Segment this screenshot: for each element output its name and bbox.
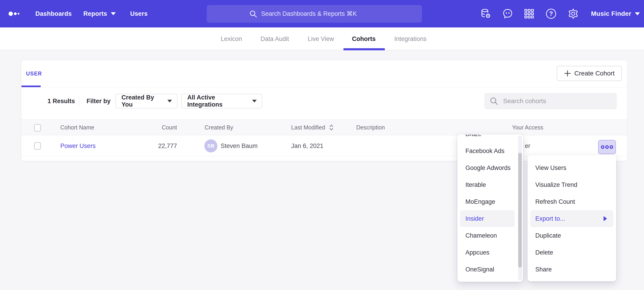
apps-grid-icon[interactable]: [524, 8, 535, 20]
row-context-menu: View Users Visualize Trend Refresh Count…: [528, 155, 616, 281]
col-created-by: Created By: [204, 124, 233, 131]
export-destinations-menu: Braze Facebook Ads Google Adwords Iterab…: [458, 134, 523, 282]
col-cohort-name: Cohort Name: [60, 124, 94, 131]
global-search[interactable]: [207, 5, 422, 23]
row-actions-button[interactable]: [598, 140, 616, 154]
your-access-value-partial: er: [525, 142, 530, 149]
section-tabbar: Lexicon Data Audit Live View Cohorts Int…: [0, 28, 644, 50]
top-nav: Dashboards Reports Users: [0, 0, 644, 28]
submenu-arrow-icon: [604, 216, 607, 221]
create-cohort-button[interactable]: Create Cohort: [557, 66, 622, 81]
settings-gear-icon[interactable]: [568, 8, 579, 20]
cohort-name-link[interactable]: Power Users: [60, 142, 96, 149]
created-by-name: Steven Baum: [220, 142, 258, 149]
sort-icon: [329, 124, 334, 131]
results-count: 1 Results: [48, 98, 75, 105]
cohort-search[interactable]: [484, 93, 617, 109]
row-checkbox[interactable]: [34, 142, 41, 150]
menu-item-view-users[interactable]: View Users: [530, 160, 614, 176]
menu-item-export-to[interactable]: Export to...: [530, 210, 614, 227]
divider: [79, 96, 79, 106]
divider: [22, 87, 627, 87]
submenu-item-appcues[interactable]: Appcues: [460, 244, 515, 261]
filter-by-label: Filter by: [86, 98, 110, 105]
global-search-input[interactable]: [261, 10, 380, 18]
submenu-item-chameleon[interactable]: Chameleon: [460, 227, 515, 244]
brand-logo-icon[interactable]: [8, 8, 21, 19]
feedback-chat-icon[interactable]: [502, 8, 513, 20]
chevron-down-icon: [111, 12, 116, 15]
table-header: Cohort Name Count Created By Last Modifi…: [22, 119, 627, 135]
more-options-icon: [600, 145, 614, 149]
col-your-access: Your Access: [512, 124, 543, 131]
search-icon: [490, 97, 498, 105]
tab-lexicon[interactable]: Lexicon: [220, 36, 242, 43]
col-count: Count: [145, 124, 177, 131]
tab-data-audit[interactable]: Data Audit: [260, 36, 289, 43]
submenu-item-iterable[interactable]: Iterable: [460, 176, 515, 193]
cohorts-page: Dashboards Reports Users: [0, 0, 644, 290]
project-switcher[interactable]: Music Finder: [591, 10, 640, 17]
created-by-filter[interactable]: Created By You: [116, 94, 178, 108]
col-description: Description: [356, 124, 385, 131]
chevron-down-icon: [252, 100, 257, 102]
submenu-item-onesignal[interactable]: OneSignal: [460, 261, 515, 278]
data-management-icon[interactable]: [480, 8, 492, 20]
tab-integrations[interactable]: Integrations: [394, 36, 426, 43]
help-icon[interactable]: ?: [545, 8, 557, 20]
cohorts-card: USER Create Cohort 1 Results Filter by C…: [21, 60, 627, 161]
submenu-item-facebook-ads[interactable]: Facebook Ads: [460, 142, 515, 160]
integrations-filter[interactable]: All Active Integrations: [181, 94, 262, 108]
submenu-item-moengage[interactable]: MoEngage: [460, 193, 515, 210]
active-tab-underline: [344, 48, 385, 50]
search-icon: [250, 10, 257, 18]
cohort-count: 22,777: [136, 142, 177, 149]
table-row: Power Users 22,777 SB Steven Baum Jan 6,…: [22, 135, 627, 157]
nav-item-users[interactable]: Users: [130, 10, 148, 17]
menu-item-delete[interactable]: Delete: [530, 244, 614, 261]
menu-item-refresh-count[interactable]: Refresh Count: [530, 193, 614, 210]
menu-item-share[interactable]: Share: [530, 261, 614, 278]
submenu-item-insider[interactable]: Insider: [460, 210, 515, 227]
submenu-item-braze[interactable]: Braze: [460, 134, 515, 142]
scrollbar-thumb[interactable]: [518, 153, 522, 268]
chevron-down-icon: [635, 12, 640, 15]
last-modified-date: Jan 6, 2021: [291, 142, 323, 149]
tab-cohorts[interactable]: Cohorts: [352, 36, 376, 43]
plus-icon: [564, 70, 571, 77]
cohort-search-input[interactable]: [503, 97, 598, 105]
tab-user-cohorts[interactable]: USER: [26, 71, 42, 77]
tab-live-view[interactable]: Live View: [308, 36, 334, 43]
nav-item-dashboards[interactable]: Dashboards: [36, 10, 72, 17]
select-all-checkbox[interactable]: [34, 124, 41, 132]
menu-item-duplicate[interactable]: Duplicate: [530, 227, 614, 244]
nav-item-reports[interactable]: Reports: [83, 10, 116, 17]
avatar: SB: [204, 139, 218, 152]
chevron-down-icon: [168, 100, 172, 102]
col-last-modified[interactable]: Last Modified: [291, 124, 334, 131]
submenu-item-google-adwords[interactable]: Google Adwords: [460, 160, 515, 176]
menu-item-visualize-trend[interactable]: Visualize Trend: [530, 176, 614, 193]
user-tab-underline: [22, 86, 41, 87]
